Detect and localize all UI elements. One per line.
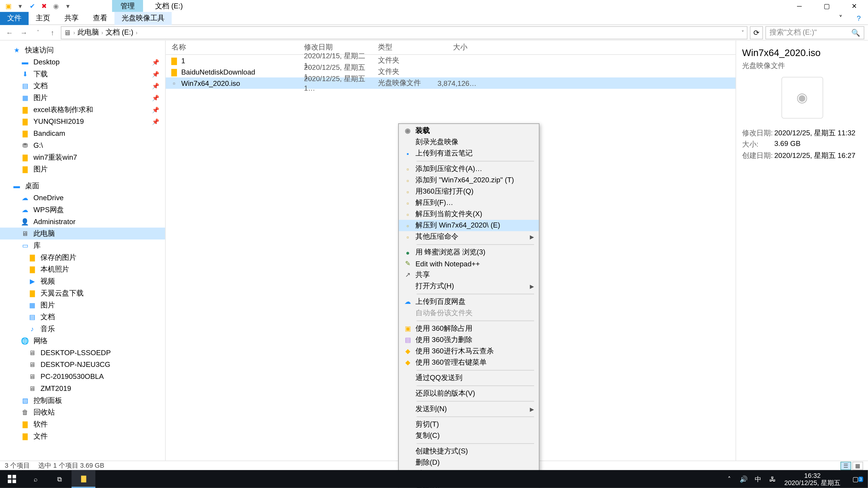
menu-item[interactable]: 复制(C) [399,430,539,442]
action-center-button[interactable]: ▢ 3 [845,475,866,483]
ribbon-tab-view[interactable]: 查看 [86,11,115,25]
menu-item[interactable]: ▫其他压缩命令▶ [399,231,539,242]
chevron-right-icon[interactable]: › [101,30,103,35]
menu-item[interactable]: ✎Edit with Notepad++ [399,258,539,269]
column-size[interactable]: 大小 [432,40,473,54]
tree-item[interactable]: 🖥PC-20190530OBLA [0,370,165,383]
breadcrumb-dropdown-icon[interactable]: ˅ [741,30,744,35]
tree-item[interactable]: ▇win7重装win7 [0,151,165,163]
menu-item[interactable]: ▫解压到当前文件夹(X) [399,208,539,220]
tree-item[interactable]: ★快速访问 [0,44,165,56]
tree-item[interactable]: ▤文档📌 [0,80,165,92]
tree-item[interactable]: ▶视频 [0,275,165,287]
ribbon-tab-home[interactable]: 主页 [29,11,57,25]
tree-item[interactable]: 🖥ZMT2019 [0,383,165,394]
menu-item[interactable]: ▫解压到(F)… [399,197,539,208]
refresh-button[interactable]: ⟳ [750,26,763,39]
tree-item[interactable]: ⛃G:\ [0,139,165,151]
dropdown-icon[interactable]: ▾ [16,1,25,11]
menu-item[interactable]: ▪上传到有道云笔记 [399,148,539,159]
menu-item[interactable]: ▣使用 360解除占用 [399,323,539,334]
ime-indicator[interactable]: 中 [751,475,765,484]
tree-item[interactable]: ▇软件 [0,418,165,430]
tree-item[interactable]: ⬇下载📌 [0,68,165,80]
menu-item[interactable]: 创建快捷方式(S) [399,446,539,457]
menu-item[interactable]: ↗共享 [399,269,539,281]
menu-item[interactable]: ●用 蜂蜜浏览器 浏览(3) [399,247,539,258]
search-button[interactable]: ⌕ [24,470,48,488]
search-input[interactable]: 搜索"文档 (E:)" 🔍 [765,26,864,39]
tree-item[interactable]: 🗑回收站 [0,406,165,418]
view-icons-button[interactable]: ▦ [852,461,863,470]
tree-item[interactable]: ☁WPS网盘 [0,204,165,216]
tree-item[interactable]: ▦图片📌 [0,92,165,104]
tree-item[interactable]: ▇Bandicam [0,127,165,139]
qat-dropdown-icon[interactable]: ▾ [63,1,73,11]
tree-item[interactable]: ☁OneDrive [0,192,165,204]
tree-item[interactable]: ▬Desktop📌 [0,56,165,68]
volume-icon[interactable]: 🔊 [737,475,751,483]
ribbon-tab-share[interactable]: 共享 [57,11,86,25]
task-view-button[interactable]: ⧉ [48,470,71,488]
disc-small-icon[interactable]: ◉ [51,1,61,11]
menu-item[interactable]: ◆使用 360进行木马云查杀 [399,346,539,357]
nav-history-button[interactable]: ˅ [32,26,44,38]
taskbar-clock[interactable]: 16:32 2020/12/25, 星期五 [780,472,845,486]
file-row[interactable]: ▇BaiduNetdiskDownload2020/12/25, 星期五 1…文… [166,66,736,77]
tray-up-icon[interactable]: ˄ [722,475,737,483]
menu-item[interactable]: 还原以前的版本(V) [399,388,539,399]
network-icon[interactable]: 🖧 [765,475,779,483]
maximize-button[interactable]: ▢ [813,0,840,12]
minimize-button[interactable]: ─ [786,0,813,12]
ribbon-expand-button[interactable]: ˅ [832,11,849,25]
tree-item[interactable]: ♪音乐 [0,323,165,335]
column-name[interactable]: 名称 [166,40,298,54]
tree-item[interactable]: ▬桌面 [0,180,165,192]
tree-item[interactable]: ▤文档 [0,311,165,323]
breadcrumb[interactable]: 🖥 › 此电脑 › 文档 (E:) › ˅ [61,26,747,39]
tree-item[interactable]: 🖥DESKTOP-NJEU3CG [0,359,165,370]
tree-item[interactable]: 🖥DESKTOP-LSSOEDP [0,347,165,359]
breadcrumb-item[interactable]: 此电脑 [78,27,99,37]
menu-item[interactable]: ☁上传到百度网盘 [399,296,539,307]
menu-item[interactable]: 打开方式(H)▶ [399,281,539,292]
tree-item[interactable]: ▇天翼云盘下载 [0,287,165,299]
menu-item[interactable]: ▫用360压缩打开(Q) [399,186,539,197]
tree-item[interactable]: 🌐网络 [0,335,165,347]
tree-item[interactable]: ▭库 [0,239,165,252]
nav-up-button[interactable]: ↑ [46,26,59,38]
tree-item[interactable]: ▇保存的图片 [0,252,165,263]
menu-item[interactable]: ◉装载 [399,125,539,136]
file-row[interactable]: ▫Win7x64_2020.iso2020/12/25, 星期五 1…光盘映像文… [166,77,736,89]
ribbon-tab-file[interactable]: 文件 [0,11,29,25]
ribbon-tab-disc-tools[interactable]: 光盘映像工具 [114,11,172,25]
view-details-button[interactable]: ☰ [840,461,851,470]
tree-item[interactable]: ▦图片 [0,299,165,311]
close-red-icon[interactable]: ✖ [39,1,49,11]
check-icon[interactable]: ✔ [27,1,37,11]
close-button[interactable]: ✕ [840,0,868,12]
tree-item[interactable]: ▇图片 [0,163,165,175]
file-row[interactable]: ▇12020/12/15, 星期二 1…文件夹 [166,55,736,66]
menu-item[interactable]: 通过QQ发送到 [399,372,539,384]
taskbar-explorer[interactable]: ▇ [71,470,95,488]
tree-item[interactable]: ▇YUNQISHI2019📌 [0,116,165,128]
help-button[interactable]: ? [850,11,868,25]
chevron-right-icon[interactable]: › [73,30,75,35]
menu-item[interactable]: 发送到(N)▶ [399,403,539,415]
start-button[interactable] [0,470,24,488]
chevron-right-icon[interactable]: › [135,30,137,35]
column-type[interactable]: 类型 [372,40,432,54]
tree-item[interactable]: ▇excel表格制作求和📌 [0,104,165,116]
nav-back-button[interactable]: ← [4,26,16,38]
menu-item[interactable]: 删除(D) [399,457,539,468]
menu-item[interactable]: ▫添加到压缩文件(A)… [399,163,539,175]
nav-forward-button[interactable]: → [18,26,30,38]
breadcrumb-item[interactable]: 文档 (E:) [105,27,133,37]
menu-item[interactable]: ▤使用 360强力删除 [399,334,539,346]
menu-item[interactable]: ▫添加到 "Win7x64_2020.zip" (T) [399,175,539,186]
tree-item[interactable]: ▧控制面板 [0,394,165,406]
tree-item[interactable]: ▇文件 [0,430,165,442]
menu-item[interactable]: 剪切(T) [399,419,539,430]
menu-item[interactable]: ◆使用 360管理右键菜单 [399,357,539,368]
